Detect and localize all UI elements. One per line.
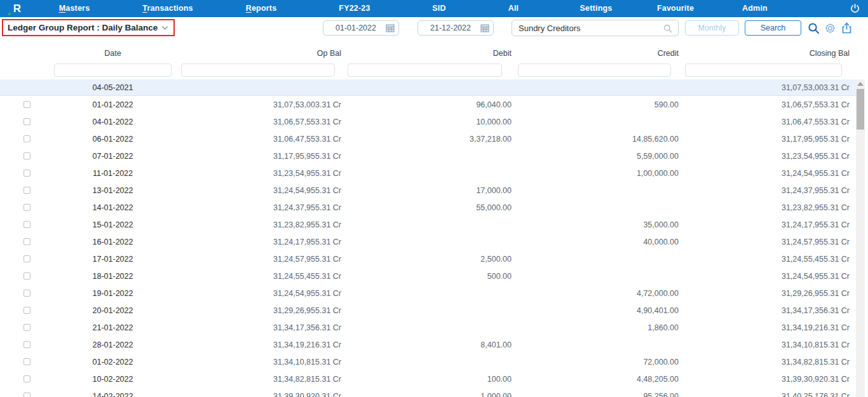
cell-checkbox <box>0 170 54 177</box>
table-row[interactable]: 14-02-202231,39,30,920.31 Cr1,000.0095,2… <box>0 387 859 397</box>
table-row[interactable]: 20-01-202231,29,26,955.31 Cr4,90,401.003… <box>0 302 859 319</box>
cell-date: 17-01-2022 <box>54 255 172 264</box>
cell-closing-bal: 31,07,53,003.31 Cr <box>685 83 859 92</box>
search-icon[interactable] <box>808 22 820 34</box>
nav-items: MastersTransactionsReportsFY22-23SIDAllS… <box>0 0 868 17</box>
cell-credit: 5,59,000.00 <box>518 152 685 161</box>
table-row[interactable]: 17-01-202231,24,57,955.31 Cr2,500.0031,2… <box>0 250 859 267</box>
table-row[interactable]: 10-02-202231,34,82,815.31 Cr100.004,48,2… <box>0 370 859 387</box>
to-date-input[interactable]: 21-12-2022 <box>417 20 494 36</box>
filter-closing-bal-input[interactable] <box>685 64 842 77</box>
chevron-down-icon <box>161 25 168 30</box>
table-row[interactable]: 04-01-202231,06,57,553.31 Cr10,000.0031,… <box>0 113 859 130</box>
column-header-credit[interactable]: Credit <box>518 44 685 58</box>
cell-date: 21-01-2022 <box>54 323 172 332</box>
table-row[interactable]: 11-01-202231,23,54,955.31 Cr1,00,000.003… <box>0 165 859 182</box>
cell-credit: 14,85,620.00 <box>518 135 685 144</box>
table-row[interactable]: 14-01-202231,24,37,955.31 Cr55,000.0031,… <box>0 199 859 216</box>
nav-item-favourite[interactable]: Favourite <box>657 0 694 17</box>
nav-item-masters[interactable]: Masters <box>59 0 90 17</box>
filter-credit-input[interactable] <box>518 64 671 77</box>
underlined-letter: R <box>246 4 252 13</box>
ledger-search-input[interactable]: Sundry Creditors <box>512 20 679 36</box>
filter-op-bal-input[interactable] <box>181 64 335 77</box>
cell-date: 18-01-2022 <box>54 272 172 281</box>
cell-closing-bal: 31,23,54,955.31 Cr <box>685 152 859 161</box>
underlined-letter: T <box>142 4 147 13</box>
cell-checkbox <box>0 187 54 194</box>
column-header-closing-bal[interactable]: Closing Bal <box>685 44 859 58</box>
row-checkbox[interactable] <box>24 101 31 108</box>
cell-closing-bal: 31,39,30,920.31 Cr <box>685 375 859 384</box>
table-row[interactable]: 13-01-202231,24,54,955.31 Cr17,000.0031,… <box>0 182 859 199</box>
scrollbar-thumb[interactable] <box>857 89 864 130</box>
row-checkbox[interactable] <box>24 118 31 125</box>
cell-date: 28-01-2022 <box>54 340 172 349</box>
row-checkbox[interactable] <box>24 375 31 382</box>
table-row[interactable]: 01-02-202231,34,10,815.31 Cr72,000.0031,… <box>0 353 859 370</box>
table-row[interactable]: 21-01-202231,34,17,356.31 Cr1,860.0031,3… <box>0 319 859 336</box>
cell-date: 04-05-2021 <box>54 83 172 92</box>
filter-date-input[interactable] <box>54 64 172 77</box>
cell-debit: 100.00 <box>348 375 518 384</box>
table-row[interactable]: 04-05-202131,07,53,003.31 Cr <box>0 79 859 96</box>
column-header-debit[interactable]: Debit <box>348 44 518 58</box>
column-header-date[interactable]: Date <box>54 44 172 58</box>
row-checkbox[interactable] <box>24 170 31 177</box>
row-checkbox[interactable] <box>24 135 31 142</box>
row-checkbox[interactable] <box>24 221 31 228</box>
table-row[interactable]: 19-01-202231,24,54,955.31 Cr4,72,000.003… <box>0 285 859 302</box>
vertical-scrollbar[interactable] <box>856 79 865 397</box>
report-title-dropdown[interactable]: Ledger Group Report : Daily Balance <box>2 19 175 36</box>
cell-op-bal: 31,06,47,553.31 Cr <box>172 135 348 144</box>
row-checkbox[interactable] <box>24 341 31 348</box>
row-checkbox[interactable] <box>24 273 31 279</box>
cell-op-bal: 31,24,55,455.31 Cr <box>172 272 348 281</box>
row-checkbox[interactable] <box>24 290 31 297</box>
table-row[interactable]: 07-01-202231,17,95,955.31 Cr5,59,000.003… <box>0 147 859 165</box>
table-row[interactable]: 18-01-202231,24,55,455.31 Cr500.0031,24,… <box>0 267 859 285</box>
cell-credit: 40,000.00 <box>518 238 685 246</box>
nav-item-sid[interactable]: SID <box>432 0 445 17</box>
gear-icon[interactable] <box>824 22 836 34</box>
header-spacer <box>0 48 54 53</box>
row-checkbox[interactable] <box>24 358 31 365</box>
cell-checkbox <box>0 101 54 108</box>
cell-closing-bal: 31,29,26,955.31 Cr <box>685 289 859 298</box>
table-row[interactable]: 28-01-202231,34,19,216.31 Cr8,401.0031,3… <box>0 336 859 353</box>
row-checkbox[interactable] <box>24 255 31 262</box>
nav-item-settings[interactable]: Settings <box>580 0 613 17</box>
column-header-op-bal[interactable]: Op Bal <box>172 44 348 58</box>
from-date-input[interactable]: 01-01-2022 <box>323 20 399 36</box>
cell-credit: 1,860.00 <box>518 323 685 332</box>
scroll-up-arrow[interactable] <box>857 82 864 86</box>
cell-checkbox <box>0 393 54 397</box>
cell-closing-bal: 31,23,82,955.31 Cr <box>685 203 859 212</box>
row-checkbox[interactable] <box>24 152 31 159</box>
row-checkbox[interactable] <box>24 238 31 245</box>
filter-debit-input[interactable] <box>348 64 502 77</box>
table-row[interactable]: 15-01-202231,23,82,955.31 Cr35,000.0031,… <box>0 216 859 233</box>
row-checkbox[interactable] <box>24 187 31 194</box>
cell-op-bal: 31,34,19,216.31 Cr <box>172 340 348 349</box>
row-checkbox[interactable] <box>24 324 31 331</box>
row-checkbox[interactable] <box>24 204 31 211</box>
table-row[interactable]: 16-01-202231,24,17,955.31 Cr40,000.0031,… <box>0 233 859 250</box>
table-row[interactable]: 01-01-202231,07,53,003.31 Cr96,040.00590… <box>0 96 859 113</box>
share-export-icon[interactable] <box>841 22 853 34</box>
row-checkbox[interactable] <box>24 307 31 314</box>
search-button[interactable]: Search <box>745 20 801 36</box>
cell-closing-bal: 31,24,17,955.31 Cr <box>685 220 859 229</box>
from-date-value: 01-01-2022 <box>336 24 386 32</box>
row-checkbox[interactable] <box>24 393 31 397</box>
table-row[interactable]: 06-01-202231,06,47,553.31 Cr3,37,218.001… <box>0 130 859 147</box>
ledger-search-value: Sundry Creditors <box>519 24 581 33</box>
nav-item-admin[interactable]: Admin <box>742 0 768 17</box>
nav-item-fy22-23[interactable]: FY22-23 <box>339 0 370 17</box>
power-icon[interactable] <box>850 3 860 14</box>
nav-item-transactions[interactable]: Transactions <box>142 0 193 17</box>
cell-closing-bal: 31,24,54,955.31 Cr <box>685 272 859 281</box>
nav-item-reports[interactable]: Reports <box>246 0 277 17</box>
nav-item-all[interactable]: All <box>508 0 519 17</box>
monthly-button[interactable]: Monthly <box>685 20 739 36</box>
